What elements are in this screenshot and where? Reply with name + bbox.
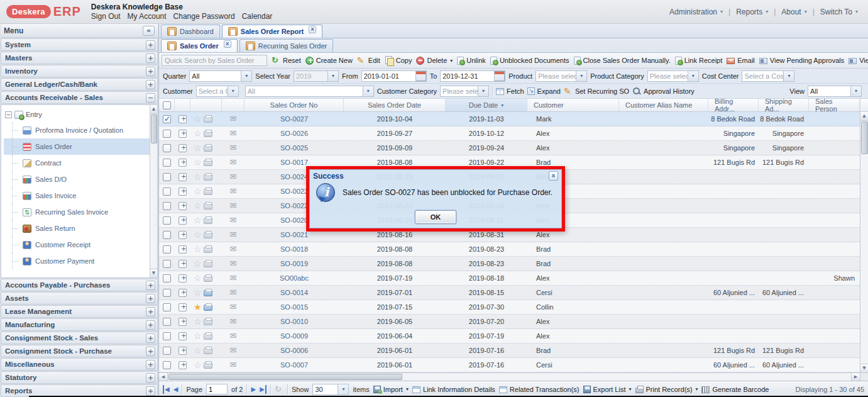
toolbar-button[interactable]: Expand (527, 87, 561, 95)
filter-field[interactable]: Select a Cu (196, 86, 239, 97)
toolbar-button[interactable]: Link Receipt (675, 57, 723, 65)
row-checkbox[interactable] (163, 202, 171, 210)
sidebar-panel[interactable]: Statutory (1, 371, 158, 384)
table-row[interactable]: SO-0027 2019-10-04 2019-11-03 Mark 8 Bed… (159, 112, 860, 126)
expand-plus-icon[interactable] (146, 373, 155, 383)
toolbar-button[interactable]: Set Recurring SO (564, 87, 629, 96)
expand-plus-icon[interactable] (146, 386, 155, 396)
row-expand-icon[interactable] (179, 361, 187, 369)
row-checkbox[interactable] (163, 173, 171, 181)
row-checkbox[interactable] (163, 159, 171, 167)
sidebar-panel[interactable]: Reports (1, 384, 158, 397)
toolbar-button[interactable]: Close Sales Order Manually. (574, 57, 671, 65)
expand-plus-icon[interactable] (146, 320, 155, 330)
column-header[interactable]: Due Date (446, 99, 527, 111)
row-expand-icon[interactable] (179, 231, 187, 239)
table-row[interactable]: SO-0006 2019-06-01 2019-07-16 Brad 121 B… (159, 344, 860, 358)
header-menu[interactable]: About (768, 8, 807, 16)
sidebar-panel[interactable]: Assets (1, 292, 158, 305)
row-checkbox[interactable] (163, 318, 171, 326)
dialog-close-icon[interactable] (549, 171, 558, 181)
sidebar-tree-item[interactable]: Contract (4, 155, 157, 171)
toolbar-button[interactable]: Create New (305, 57, 353, 65)
ok-button[interactable]: OK (415, 210, 456, 224)
sidebar-panel[interactable]: Miscellaneous (1, 358, 158, 371)
expand-plus-icon[interactable] (146, 347, 155, 356)
star-icon[interactable] (194, 361, 202, 369)
toolbar-button[interactable]: Copy (385, 56, 412, 65)
horizontal-scrollbar[interactable] (159, 372, 860, 381)
toolbar-button[interactable]: View Pending Approvals (759, 57, 844, 64)
star-icon[interactable] (194, 216, 202, 225)
row-expand-icon[interactable] (179, 318, 187, 326)
header-link[interactable]: Calendar (242, 12, 273, 21)
header-menu[interactable]: Administration (669, 8, 723, 16)
last-page-icon[interactable] (260, 385, 266, 394)
row-expand-icon[interactable] (179, 115, 187, 123)
close-tab-icon[interactable] (309, 26, 316, 33)
mail-icon[interactable] (230, 332, 237, 340)
sidebar-tree-item[interactable]: Customer Payment (4, 253, 157, 269)
filter-field[interactable]: 2019-01-01 (361, 70, 427, 82)
header-menu[interactable]: Reports (723, 8, 768, 16)
print-icon[interactable] (204, 247, 212, 253)
row-checkbox[interactable] (163, 187, 171, 196)
toolbar-button[interactable]: Edit (357, 56, 380, 65)
sales-order-no[interactable]: SO-0027 (244, 115, 344, 123)
print-icon[interactable] (204, 145, 212, 152)
star-icon[interactable] (194, 201, 202, 210)
header-link[interactable]: Change Password (173, 12, 235, 21)
mail-icon[interactable] (230, 129, 237, 138)
toolbar-button[interactable]: Fetch (496, 87, 524, 95)
filter-field[interactable]: All (189, 70, 252, 82)
scroll-down-icon[interactable] (150, 269, 158, 277)
star-icon[interactable] (194, 303, 202, 311)
tree-scrollbar[interactable] (150, 105, 157, 277)
tab-sales-order-report[interactable]: Sales Order Report (222, 25, 322, 38)
dropdown-arrow-icon[interactable] (783, 71, 794, 81)
scroll-up-icon[interactable] (150, 105, 158, 114)
column-header[interactable]: Sales Order Date (344, 99, 446, 111)
row-expand-icon[interactable] (179, 202, 187, 210)
star-icon[interactable] (194, 346, 202, 355)
scroll-up-icon[interactable] (860, 112, 868, 121)
row-checkbox[interactable] (163, 231, 171, 239)
sales-order-no[interactable]: SO-0015 (244, 303, 344, 311)
sidebar-tree-item[interactable]: Sales Order (4, 138, 157, 155)
print-icon[interactable] (204, 232, 212, 238)
select-all-checkbox[interactable] (163, 101, 171, 109)
star-icon[interactable] (194, 143, 202, 152)
row-checkbox[interactable] (163, 115, 171, 123)
mail-icon[interactable] (230, 216, 237, 225)
row-checkbox[interactable] (163, 130, 171, 138)
dropdown-arrow-icon[interactable] (228, 86, 238, 96)
sidebar-tree-item[interactable]: Sales Return (4, 220, 157, 237)
sales-order-no[interactable]: SO-0025 (244, 144, 344, 152)
dropdown-arrow-icon[interactable] (478, 86, 488, 96)
sidebar-panel[interactable]: Consignment Stock - Sales (1, 332, 158, 344)
sales-order-no[interactable]: SO-0021 (244, 231, 344, 238)
mail-icon[interactable] (230, 245, 237, 254)
refresh-icon[interactable] (275, 385, 283, 394)
mail-icon[interactable] (230, 187, 237, 196)
print-icon[interactable] (204, 218, 212, 224)
row-checkbox[interactable] (163, 289, 171, 297)
sidebar-tree-item[interactable]: Sales D/O (4, 171, 157, 187)
column-header[interactable]: Shipping Ad... (759, 99, 809, 111)
star-icon[interactable] (194, 288, 202, 297)
sales-order-no[interactable]: SO-0006 (244, 347, 344, 354)
table-row[interactable]: SO-0026 2019-09-27 2019-10-12 Alex Singa… (159, 126, 860, 141)
row-expand-icon[interactable] (179, 159, 187, 167)
expand-plus-icon[interactable] (146, 80, 155, 89)
row-expand-icon[interactable] (179, 274, 187, 282)
sidebar-panel[interactable]: System (1, 38, 158, 51)
sidebar-tree-item[interactable]: Recurring Sales Invoice (4, 204, 157, 220)
table-row[interactable]: SO-0010 2019-06-05 2019-07-20 Alex (159, 315, 860, 329)
sidebar-panel[interactable]: Consignment Stock - Purchase (1, 345, 158, 357)
row-expand-icon[interactable] (179, 130, 187, 138)
print-icon[interactable] (204, 116, 212, 123)
table-row[interactable]: SO-0014 2019-07-01 2019-08-15 Cersi 60 A… (159, 286, 860, 300)
row-expand-icon[interactable] (179, 245, 187, 254)
print-icon[interactable] (204, 362, 212, 369)
dropdown-arrow-icon[interactable] (338, 384, 348, 394)
